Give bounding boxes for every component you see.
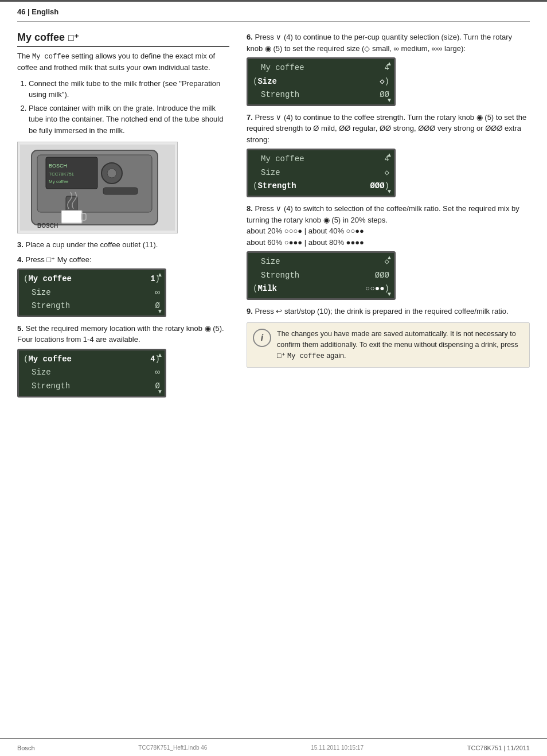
scroll-down-arrow-4: ▼ (157, 308, 163, 314)
lcd-size-label-7: Size (261, 167, 385, 179)
left-column: My coffee □⁺ The My coffee setting allow… (17, 32, 229, 730)
step-3: 3. Place a cup under the coffee outlet (… (17, 239, 229, 251)
lcd-size-label-8: Size (261, 256, 385, 268)
section-title-text: My coffee (17, 32, 65, 44)
step-4: 4. Press □⁺ My coffee: (17, 254, 229, 266)
lcd-mycoffee-label-7: My coffee (261, 154, 385, 165)
lcd-row-milk-8: ( Milk ○○●● ) (253, 282, 389, 296)
step-2: Place container with milk on the grate. … (29, 103, 229, 137)
scroll-down-arrow-8: ▼ (386, 291, 392, 297)
lcd-bracket-right-6: ) (385, 76, 389, 88)
lcd-screen-5: ▲ ( My coffee 4 ) Size ∞ Strength Ø (17, 349, 166, 398)
scroll-up-arrow-7: ▲ (386, 151, 392, 158)
lcd-screen-8: ▲ Size ◇ Strength ØØØ ( Milk ○○●● ) (247, 251, 396, 300)
lcd-row-mycoffee-7: My coffee 4 (253, 153, 389, 166)
lcd-row-size-8: Size ◇ (253, 255, 389, 269)
lcd-rows-6: My coffee 4 ( Size ◇ ) Strength ØØ (253, 61, 389, 102)
lcd-size-value-6: ◇ (380, 76, 384, 88)
lcd-bracket-left-7: ( (253, 181, 257, 192)
my-coffee-icon: □⁺ (68, 32, 79, 43)
lcd-bracket-left-5: ( (24, 354, 28, 365)
scroll-up-arrow-6: ▲ (386, 60, 392, 67)
lcd-row-size-4: Size ∞ (24, 286, 160, 300)
lcd-bracket-left-8: ( (253, 283, 257, 295)
lcd-row-size-6: ( Size ◇ ) (253, 75, 389, 89)
scroll-down-arrow-5: ▼ (157, 388, 163, 395)
lcd-rows-4: ( My coffee 1 ) Size ∞ Strength Ø (24, 272, 160, 313)
svg-rect-9 (103, 188, 138, 194)
intro-text: The My coffee setting allows you to defi… (17, 50, 229, 73)
lcd-rows-5: ( My coffee 4 ) Size ∞ Strength Ø (24, 353, 160, 393)
lcd-row-size-7: Size ◇ (253, 166, 389, 180)
page-header: 46 | English (17, 5, 530, 22)
lcd-rows-7: My coffee 4 Size ◇ ( Strength ØØØ ) (253, 153, 389, 193)
lcd-size-value-7: ◇ (385, 167, 389, 179)
page-bottom-border (0, 738, 547, 739)
lcd-strength-label-6: Strength (261, 89, 380, 101)
scroll-up-arrow-5: ▲ (157, 352, 163, 358)
machine-image: BOSCH TCC78K751 My coffee BOSCH (17, 142, 178, 233)
lcd-row-size-5: Size ∞ (24, 366, 160, 380)
machine-svg: BOSCH TCC78K751 My coffee BOSCH (20, 145, 175, 231)
lcd-strength-label-5: Strength (32, 381, 155, 392)
lcd-row-mycoffee-5: ( My coffee 4 ) (24, 353, 160, 367)
lcd-mycoffee-label-5: My coffee (28, 354, 150, 365)
lcd-mycoffee-value-4: 1 (150, 274, 155, 285)
lcd-milk-label-8: Milk (257, 283, 365, 295)
page-top-border (0, 0, 547, 2)
footer-print-date: 15.11.2011 10:15:17 (311, 745, 364, 751)
scroll-up-arrow-4: ▲ (157, 271, 163, 278)
lcd-rows-8: Size ◇ Strength ØØØ ( Milk ○○●● ) (253, 255, 389, 296)
svg-text:My coffee: My coffee (49, 179, 69, 184)
content-area: My coffee □⁺ The My coffee setting allow… (17, 32, 530, 730)
scroll-up-arrow-8: ▲ (386, 254, 392, 260)
scroll-down-arrow-6: ▼ (386, 97, 392, 103)
info-text: The changes you have made are saved auto… (277, 329, 523, 361)
svg-point-8 (107, 169, 116, 178)
lcd-strength-value-7: ØØØ (370, 181, 384, 192)
info-box: i The changes you have made are saved au… (247, 322, 530, 368)
lcd-bracket-left-4: ( (24, 274, 28, 285)
right-column: 6. Press ∨ (4) to continue to the per-cu… (247, 32, 530, 730)
step-8: 8. Press ∨ (4) to switch to selection of… (247, 203, 530, 248)
svg-text:BOSCH: BOSCH (49, 163, 67, 169)
footer-model: TCC78K751 | 11/2011 (467, 745, 530, 751)
step-1: Connect the milk tube to the milk frothe… (29, 78, 229, 100)
steps-1-2: Connect the milk tube to the milk frothe… (17, 78, 229, 137)
page-number: 46 | English (17, 7, 58, 16)
lcd-size-label-5: Size (32, 367, 155, 379)
lcd-size-label-6: Size (257, 76, 380, 88)
lcd-row-strength-6: Strength ØØ (253, 88, 389, 102)
lcd-mycoffee-value-5: 4 (150, 354, 155, 365)
page-footer: Bosch TCC78K751_Heft1.indb 46 15.11.2011… (17, 745, 530, 751)
lcd-size-value-5: ∞ (155, 367, 160, 379)
lcd-screen-6: ▲ My coffee 4 ( Size ◇ ) Strength ØØ (247, 57, 396, 106)
lcd-row-strength-5: Strength Ø (24, 380, 160, 393)
lcd-size-value-4: ∞ (155, 287, 160, 299)
lcd-bracket-left-6: ( (253, 76, 257, 88)
lcd-mycoffee-label-4: My coffee (28, 274, 150, 285)
svg-text:BOSCH: BOSCH (37, 223, 58, 229)
step-7: 7. Press ∨ (4) to continue to the coffee… (247, 112, 530, 146)
lcd-strength-label-8: Strength (261, 270, 375, 282)
lcd-row-mycoffee-6: My coffee 4 (253, 61, 389, 75)
scroll-down-arrow-7: ▼ (386, 188, 392, 194)
footer-print-info: TCC78K751_Heft1.indb 46 (138, 745, 207, 751)
info-icon: i (253, 329, 271, 347)
lcd-milk-value-8: ○○●● (365, 283, 385, 295)
lcd-row-strength-4: Strength Ø (24, 299, 160, 313)
lcd-mycoffee-label-6: My coffee (261, 63, 385, 74)
svg-rect-11 (61, 211, 82, 223)
svg-text:TCC78K751: TCC78K751 (49, 172, 75, 177)
step-6: 6. Press ∨ (4) to continue to the per-cu… (247, 32, 530, 54)
section-title: My coffee □⁺ (17, 32, 229, 47)
lcd-row-strength-7: ( Strength ØØØ ) (253, 180, 389, 193)
footer-brand: Bosch (17, 745, 35, 751)
lcd-strength-label-7: Strength (257, 181, 370, 192)
lcd-strength-label-4: Strength (32, 301, 155, 312)
lcd-screen-4: ▲ ( My coffee 1 ) Size ∞ Strength Ø (17, 268, 166, 317)
lcd-size-label-4: Size (32, 287, 155, 299)
lcd-screen-7: ▲ My coffee 4 Size ◇ ( Strength ØØØ ) (247, 149, 396, 197)
lcd-strength-value-8: ØØØ (375, 270, 389, 282)
step-5-text: 5. Set the required memory location with… (17, 323, 229, 345)
